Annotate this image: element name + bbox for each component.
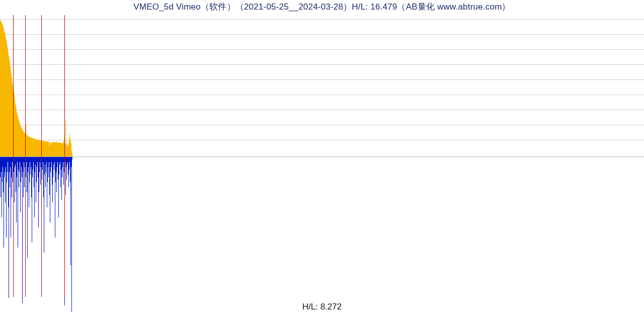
gridline: [0, 49, 644, 50]
lower-bar: [22, 157, 23, 303]
gridline: [0, 157, 644, 157]
marker-line: [41, 15, 42, 297]
lower-bar: [70, 157, 71, 265]
lower-bar: [18, 157, 18, 248]
gridline: [0, 140, 644, 140]
lower-bar: [12, 157, 12, 197]
gridline: [0, 34, 644, 35]
gridline: [0, 95, 644, 95]
marker-line: [13, 15, 14, 297]
marker-line: [25, 15, 26, 297]
gridline: [0, 80, 644, 80]
chart-title: VMEO_5d Vimeo（软件）（2021-05-25__2024-03-28…: [0, 1, 644, 13]
lower-bar: [27, 157, 28, 258]
chart-subtitle: H/L: 8.272: [0, 302, 644, 312]
gridline: [0, 125, 644, 125]
marker-line: [64, 15, 65, 297]
lower-bar: [71, 157, 72, 312]
lower-bar: [23, 157, 24, 197]
lower-bar: [9, 157, 9, 298]
upper-bar: [72, 153, 72, 157]
gridline: [0, 64, 644, 65]
plot-area: [0, 14, 644, 307]
gridline: [0, 110, 644, 110]
stock-ratio-chart: VMEO_5d Vimeo（软件）（2021-05-25__2024-03-28…: [0, 0, 644, 312]
gridline: [0, 19, 644, 20]
lower-bar: [72, 157, 72, 160]
